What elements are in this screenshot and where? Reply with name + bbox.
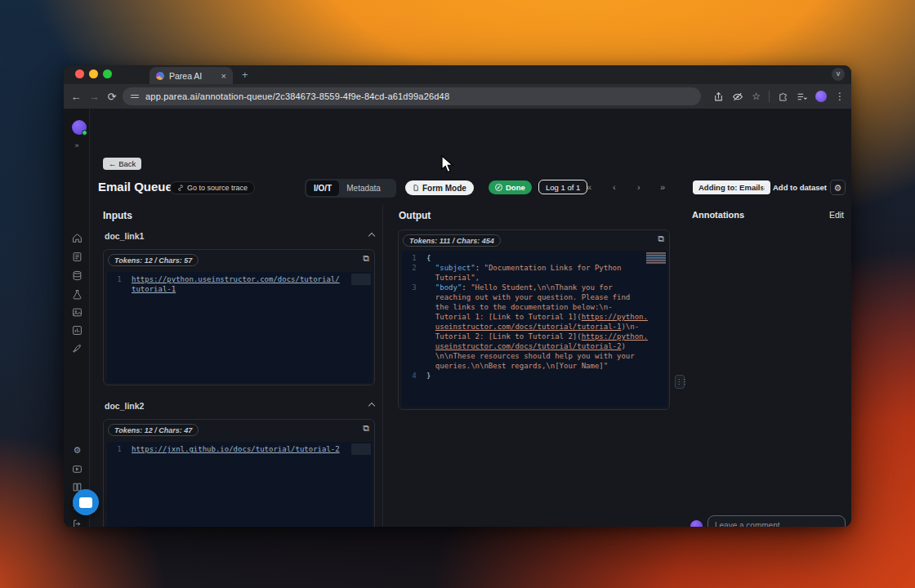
share-icon[interactable]: [713, 91, 724, 102]
expand-sidebar-icon[interactable]: »: [64, 141, 90, 149]
logs-icon[interactable]: [72, 252, 83, 262]
inputs-title: Inputs: [103, 210, 132, 221]
minimize-window-button[interactable]: [89, 69, 98, 78]
queue-settings-button[interactable]: ⚙: [830, 180, 846, 195]
copy-icon[interactable]: ⧉: [363, 253, 369, 264]
mouse-cursor: [441, 155, 455, 174]
code-editor-doc_link2[interactable]: 1https://jxnl.github.io/docs/tutorial/tu…: [107, 442, 373, 527]
parea-favicon: [156, 72, 164, 80]
panel-resize-handle[interactable]: ⋮⋮: [675, 375, 685, 389]
editor-minimap: [351, 274, 371, 285]
reload-icon[interactable]: ⟳: [103, 91, 121, 103]
user-avatar[interactable]: [72, 120, 87, 135]
close-window-button[interactable]: [75, 69, 84, 78]
desktop-wallpaper: Parea AI × + v ← → ⟳ app.parea.ai/annota…: [0, 0, 915, 588]
chat-launcher-button[interactable]: [73, 489, 99, 515]
input-section-name: doc_link1: [105, 231, 144, 241]
dashboard-icon[interactable]: [72, 325, 83, 336]
browser-toolbar: ← → ⟳ app.parea.ai/annotation-queue/2c38…: [64, 84, 851, 109]
tokens-badge: Tokens: 111 / Chars: 454: [403, 234, 501, 247]
copy-icon[interactable]: ⧉: [658, 234, 664, 244]
back-button[interactable]: ← Back: [103, 158, 141, 170]
comment-box: Submit: [707, 515, 846, 527]
editor-minimap: [646, 252, 666, 264]
go-to-source-trace-button[interactable]: Go to source trace: [170, 181, 255, 194]
chat-bubble-icon: [79, 497, 92, 508]
app-sidebar: » ⚙: [64, 109, 90, 527]
url-text: app.parea.ai/annotation-queue/2c384673-8…: [145, 91, 449, 101]
reading-list-icon[interactable]: [797, 91, 807, 102]
input-card-doc_link2: Tokens: 12 / Chars: 47 ⧉ 1https://jxnl.g…: [103, 419, 375, 527]
bookmark-star-icon[interactable]: ☆: [752, 91, 761, 102]
input-section-name: doc_link2: [105, 401, 144, 411]
link-icon: [177, 185, 184, 191]
view-tab-group: I/O/T Metadata: [305, 179, 396, 198]
online-status-dot: [82, 130, 87, 136]
parea-app: » ⚙ ← Back Email Queue Go to source trac…: [64, 109, 851, 527]
dataset-icon: [762, 184, 770, 192]
file-icon: [413, 184, 419, 192]
collapse-chevron-icon[interactable]: [369, 232, 375, 238]
deploy-rocket-icon[interactable]: [72, 344, 83, 354]
home-icon[interactable]: [72, 233, 83, 243]
browser-window: Parea AI × + v ← → ⟳ app.parea.ai/annota…: [64, 65, 851, 527]
browser-profile-avatar[interactable]: [815, 91, 827, 102]
datasets-icon[interactable]: [72, 270, 83, 281]
gallery-icon[interactable]: [72, 307, 83, 318]
zoom-window-button[interactable]: [103, 69, 112, 78]
tutorials-video-icon[interactable]: [72, 464, 83, 474]
comment-input[interactable]: [715, 521, 837, 527]
extensions-puzzle-icon[interactable]: [778, 91, 788, 102]
output-title: Output: [399, 210, 431, 221]
forward-nav-icon[interactable]: →: [85, 91, 103, 103]
annotations-title: Annotations: [692, 210, 744, 220]
done-button[interactable]: ✓ Done: [489, 180, 532, 194]
copy-icon[interactable]: ⧉: [363, 423, 369, 434]
output-card: Tokens: 111 / Chars: 454 ⧉ 1{2 "subject"…: [398, 229, 670, 410]
browser-tab[interactable]: Parea AI ×: [150, 67, 233, 84]
settings-gear-icon[interactable]: ⚙: [72, 445, 83, 456]
next-log-icon[interactable]: ›: [637, 183, 640, 192]
form-mode-button[interactable]: Form Mode: [405, 180, 474, 195]
tab-title: Parea AI: [169, 71, 202, 81]
adding-to-button[interactable]: Adding to: Emails: [693, 180, 770, 194]
tokens-badge: Tokens: 12 / Chars: 47: [108, 424, 199, 436]
tab-list-chevron-icon[interactable]: v: [832, 68, 845, 81]
comment-avatar: [690, 520, 703, 527]
check-circle-icon: ✓: [495, 184, 502, 191]
tab-iot[interactable]: I/O/T: [306, 180, 339, 196]
input-card-doc_link1: Tokens: 12 / Chars: 57 ⧉ 1https://python…: [103, 249, 375, 385]
close-tab-icon[interactable]: ×: [221, 71, 226, 81]
code-editor-doc_link1[interactable]: 1https://python.useinstructor.com/docs/t…: [107, 272, 373, 383]
experiments-icon[interactable]: [72, 289, 83, 300]
back-nav-icon[interactable]: ←: [67, 91, 85, 103]
column-divider: [382, 205, 383, 527]
first-log-icon[interactable]: «: [587, 183, 591, 192]
last-log-icon[interactable]: »: [660, 183, 665, 192]
collapse-chevron-icon[interactable]: [369, 402, 375, 408]
log-counter-button[interactable]: Log 1 of 1: [538, 180, 587, 194]
prev-log-icon[interactable]: ‹: [613, 183, 616, 192]
editor-minimap: [351, 443, 371, 455]
tokens-badge: Tokens: 12 / Chars: 57: [108, 254, 199, 266]
page-title: Email Queue: [98, 180, 172, 194]
eye-off-icon[interactable]: [732, 91, 743, 102]
toolbar-separator: [769, 91, 770, 102]
browser-menu-icon[interactable]: ⋮: [835, 91, 845, 102]
add-to-dataset-button[interactable]: Add to dataset: [762, 180, 827, 194]
code-editor-output[interactable]: 1{2 "subject": "Documentation Links for …: [402, 251, 667, 408]
url-bar[interactable]: app.parea.ai/annotation-queue/2c384673-8…: [123, 87, 701, 105]
tab-metadata[interactable]: Metadata: [339, 180, 388, 196]
browser-tabstrip: Parea AI × + v: [64, 65, 851, 84]
site-settings-icon[interactable]: [131, 95, 139, 99]
logout-icon[interactable]: [72, 519, 83, 527]
edit-annotations-link[interactable]: Edit: [819, 210, 844, 220]
new-tab-button[interactable]: +: [242, 69, 248, 81]
